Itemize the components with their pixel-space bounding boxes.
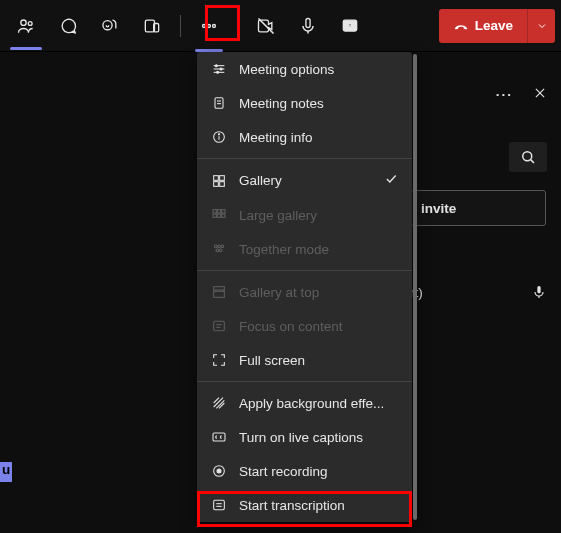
reactions-button[interactable]: [90, 6, 130, 46]
more-actions-button[interactable]: [189, 6, 229, 46]
share-invite-button[interactable]: invite: [410, 190, 546, 226]
panel-more-button[interactable]: ···: [496, 87, 513, 102]
leave-button[interactable]: Leave: [439, 9, 527, 43]
meeting-toolbar: Leave: [0, 0, 561, 52]
menu-item-start-transcription[interactable]: Start transcription: [197, 488, 412, 522]
svg-rect-39: [217, 214, 220, 217]
chevron-down-icon: [536, 20, 548, 32]
leave-button-group: Leave: [439, 9, 555, 43]
menu-item-start-recording[interactable]: Start recording: [197, 454, 412, 488]
menu-item-focus-on-content: Focus on content: [197, 309, 412, 343]
more-actions-menu: Meeting options Meeting notes Meeting in…: [197, 52, 412, 522]
svg-point-7: [213, 24, 216, 27]
check-icon: [384, 172, 398, 189]
panel-close-button[interactable]: [533, 86, 547, 103]
svg-rect-34: [220, 181, 225, 186]
svg-point-22: [215, 65, 217, 67]
svg-rect-10: [306, 18, 310, 27]
svg-point-45: [219, 249, 222, 252]
svg-rect-38: [213, 214, 216, 217]
svg-point-42: [218, 245, 221, 248]
share-screen-icon: [340, 16, 360, 36]
svg-rect-47: [214, 291, 225, 297]
participants-button[interactable]: [6, 6, 46, 46]
notes-icon: [211, 95, 227, 111]
svg-line-54: [219, 403, 224, 408]
svg-rect-58: [214, 500, 225, 509]
leave-dropdown[interactable]: [527, 9, 555, 43]
share-button[interactable]: [330, 6, 370, 46]
menu-item-gallery[interactable]: Gallery: [197, 163, 412, 198]
menu-scrollbar[interactable]: [413, 54, 417, 520]
menu-item-meeting-info[interactable]: Meeting info: [197, 120, 412, 154]
toolbar-separator: [237, 15, 238, 37]
self-video-label: u: [0, 462, 12, 482]
gallery-top-icon: [211, 284, 227, 300]
options-icon: [211, 61, 227, 77]
search-icon: [519, 148, 537, 166]
svg-rect-33: [214, 181, 219, 186]
menu-divider: [197, 270, 412, 271]
svg-rect-37: [222, 210, 225, 213]
svg-rect-17: [537, 286, 540, 293]
svg-point-2: [103, 20, 112, 29]
svg-line-16: [531, 160, 534, 163]
rooms-icon: [142, 16, 162, 36]
svg-point-57: [217, 469, 221, 473]
leave-label: Leave: [475, 18, 513, 33]
svg-point-1: [28, 21, 32, 25]
info-icon: [211, 129, 227, 145]
svg-rect-31: [214, 175, 219, 180]
participant-search[interactable]: [509, 142, 547, 172]
svg-rect-55: [213, 433, 225, 441]
menu-item-full-screen[interactable]: Full screen: [197, 343, 412, 377]
captions-icon: [211, 429, 227, 445]
camera-off-icon: [256, 16, 276, 36]
chat-button[interactable]: [48, 6, 88, 46]
menu-divider: [197, 158, 412, 159]
mic-button[interactable]: [288, 6, 328, 46]
chat-icon: [58, 16, 78, 36]
svg-rect-32: [220, 175, 225, 180]
rooms-button[interactable]: [132, 6, 172, 46]
svg-point-24: [217, 71, 219, 73]
svg-point-6: [208, 24, 211, 27]
svg-rect-36: [217, 210, 220, 213]
together-icon: [211, 241, 227, 257]
svg-rect-48: [214, 321, 225, 330]
side-panel-header-actions: ···: [496, 86, 547, 103]
mic-icon: [531, 284, 547, 300]
large-gallery-icon: [211, 207, 227, 223]
focus-icon: [211, 318, 227, 334]
menu-item-large-gallery: Large gallery: [197, 198, 412, 232]
background-icon: [211, 395, 227, 411]
people-icon: [16, 16, 36, 36]
svg-rect-25: [215, 98, 223, 109]
menu-item-apply-background[interactable]: Apply background effe...: [197, 386, 412, 420]
gallery-icon: [211, 173, 227, 189]
camera-button[interactable]: [246, 6, 286, 46]
svg-point-23: [220, 68, 222, 70]
raise-hand-icon: [100, 16, 120, 36]
svg-rect-40: [222, 214, 225, 217]
hangup-icon: [453, 18, 469, 34]
transcription-icon: [211, 497, 227, 513]
svg-rect-35: [213, 210, 216, 213]
record-icon: [211, 463, 227, 479]
share-invite-label: invite: [421, 201, 456, 216]
mic-icon: [298, 16, 318, 36]
menu-item-together-mode: Together mode: [197, 232, 412, 266]
svg-point-43: [221, 245, 224, 248]
svg-point-0: [21, 20, 26, 25]
participant-row[interactable]: rt): [410, 284, 547, 300]
fullscreen-icon: [211, 352, 227, 368]
svg-point-41: [214, 245, 217, 248]
svg-point-44: [216, 249, 219, 252]
svg-rect-46: [214, 287, 225, 290]
menu-item-live-captions[interactable]: Turn on live captions: [197, 420, 412, 454]
svg-point-15: [523, 152, 532, 161]
more-icon: [199, 16, 219, 36]
menu-item-gallery-at-top: Gallery at top: [197, 275, 412, 309]
menu-item-meeting-options[interactable]: Meeting options: [197, 52, 412, 86]
menu-item-meeting-notes[interactable]: Meeting notes: [197, 86, 412, 120]
